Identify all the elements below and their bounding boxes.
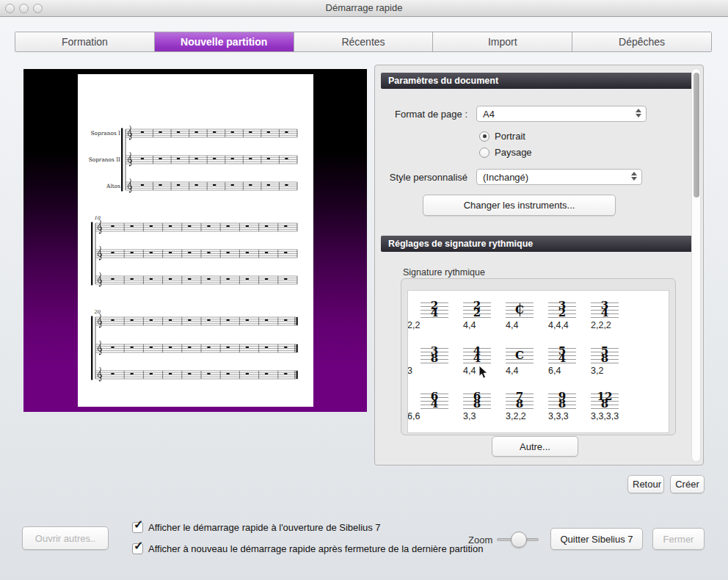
page-format-value: A4 <box>483 109 495 120</box>
score-page: Sopranos ISopranos IIAltos1020 <box>78 74 313 407</box>
score-notation: Sopranos ISopranos IIAltos1020 <box>78 74 313 407</box>
page-format-select[interactable]: A4 <box>476 106 647 122</box>
svg-text:10: 10 <box>94 215 101 221</box>
titlebar: Démarrage rapide <box>0 0 728 17</box>
panel-scrollbar[interactable] <box>691 68 701 462</box>
tab-import[interactable]: Import <box>433 32 572 51</box>
show-after-close-checkbox[interactable]: ✓ Afficher à nouveau le démarrage rapide… <box>132 543 483 554</box>
tab-d-p-ches[interactable]: Dépêches <box>572 32 711 51</box>
panel-scrollbar-thumb[interactable] <box>694 73 699 197</box>
beat-group-label: 4,4 <box>506 320 518 330</box>
checkbox-checked-icon: ✓ <box>132 543 143 554</box>
time-signature-option[interactable]: 242,2 <box>412 301 454 347</box>
time-signature-option[interactable]: 783,2,2 <box>497 392 539 433</box>
window-title: Démarrage rapide <box>0 2 728 13</box>
mini-staff-icon: 78 <box>506 394 534 409</box>
beat-group-label: 3,3,3 <box>548 411 569 421</box>
show-after-close-label: Afficher à nouveau le démarrage rapide a… <box>148 543 483 554</box>
custom-style-label: Style personnalisé <box>375 172 467 183</box>
beat-group-label: 3 <box>407 366 412 376</box>
mini-staff-icon: 38 <box>421 348 448 363</box>
orientation-portrait-radio[interactable]: Portrait <box>479 131 525 142</box>
section-header-document: Paramètres du document <box>381 73 695 89</box>
create-button[interactable]: Créer <box>670 475 705 493</box>
tab-formation[interactable]: Formation <box>15 32 155 51</box>
time-signature-option[interactable]: 583,2 <box>582 347 625 392</box>
back-button[interactable]: Retour <box>627 475 664 493</box>
tab-bar: FormationNouvelle partitionRécentesImpor… <box>15 32 712 52</box>
time-signature-option[interactable]: 683,3 <box>454 392 497 433</box>
beat-group-label: 3,3,3,3 <box>591 411 619 421</box>
mouse-cursor-icon <box>478 365 489 380</box>
beat-group-label: 4,4,4 <box>548 320 569 330</box>
portrait-label: Portrait <box>495 131 525 142</box>
mini-staff-icon: 68 <box>463 394 491 409</box>
checkbox-checked-icon: ✓ <box>132 522 143 533</box>
beat-group-label: 3,2 <box>591 366 603 376</box>
page-format-label: Format de page : <box>375 109 467 120</box>
score-preview: Sopranos ISopranos IIAltos1020 <box>23 69 367 412</box>
mini-staff-icon: 54 <box>548 348 576 363</box>
orientation-paysage-radio[interactable]: Paysage <box>479 147 532 158</box>
time-signature-option[interactable]: 324,4,4 <box>539 301 582 347</box>
other-time-signature-button[interactable]: Autre... <box>492 436 578 457</box>
quick-start-window: Démarrage rapide FormationNouvelle parti… <box>0 0 728 580</box>
mini-staff-icon: C <box>506 348 534 363</box>
radio-selected-icon <box>479 131 489 142</box>
stepper-icon <box>636 109 641 117</box>
radio-unselected-icon <box>479 148 489 158</box>
show-on-launch-label: Afficher le démarrage rapide à l'ouvertu… <box>148 522 381 533</box>
show-on-launch-checkbox[interactable]: ✓ Afficher le démarrage rapide à l'ouver… <box>132 522 381 533</box>
stepper-icon <box>631 172 637 181</box>
quit-sibelius-button[interactable]: Quitter Sibelius 7 <box>550 528 643 550</box>
close-dialog-button: Fermer <box>652 528 705 550</box>
beat-group-label: 2,2,2 <box>591 320 611 330</box>
mini-staff-icon: 98 <box>548 394 576 409</box>
time-signature-option[interactable]: 342,2,2 <box>582 301 625 347</box>
beat-group-label: 4,4 <box>463 366 476 376</box>
beat-group-label: 2,2 <box>407 320 420 330</box>
mini-staff-icon: 58 <box>591 348 619 363</box>
zoom-slider-thumb[interactable] <box>511 532 527 548</box>
beat-group-label: 4,4 <box>463 320 476 330</box>
mini-staff-icon: 44 <box>463 348 491 363</box>
time-signature-option[interactable]: 546,4 <box>539 347 582 392</box>
beat-group-label: 3,3 <box>463 411 476 421</box>
mini-staff-icon: 32 <box>548 302 576 318</box>
open-others-button: Ouvrir autres.. <box>22 526 109 550</box>
custom-style-select[interactable]: (Inchangé) <box>476 169 642 185</box>
svg-text:Sopranos I: Sopranos I <box>91 130 121 137</box>
time-signature-group-label: Signature rythmique <box>403 267 485 278</box>
time-signature-option[interactable]: 646,6 <box>412 392 454 433</box>
paysage-label: Paysage <box>495 147 532 158</box>
zoom-label: Zoom <box>468 534 492 545</box>
time-signature-option[interactable]: 383 <box>412 347 454 392</box>
time-signature-option[interactable]: 1283,3,3,3 <box>582 392 625 433</box>
custom-style-value: (Inchangé) <box>483 172 528 183</box>
svg-text:Altos: Altos <box>106 183 120 189</box>
time-signature-option[interactable]: C4,4 <box>497 301 539 347</box>
mini-staff-icon: C <box>506 302 534 318</box>
svg-text:20: 20 <box>94 309 101 315</box>
time-signature-list: 242,2224,4C4,4324,4,4342,2,2383444,4C4,4… <box>407 290 669 433</box>
time-signature-option[interactable]: 983,3,3 <box>539 392 582 433</box>
tab-r-centes[interactable]: Récentes <box>294 32 434 51</box>
time-signature-option[interactable]: 444,4 <box>454 347 497 392</box>
beat-group-label: 4,4 <box>506 366 518 376</box>
time-signature-option[interactable]: C4,4 <box>497 347 539 392</box>
mini-staff-icon: 24 <box>421 302 448 318</box>
svg-text:Sopranos II: Sopranos II <box>89 156 120 163</box>
change-instruments-button[interactable]: Changer les instruments... <box>423 195 616 216</box>
beat-group-label: 3,2,2 <box>506 411 526 421</box>
tab-nouvelle-partition[interactable]: Nouvelle partition <box>155 32 294 51</box>
settings-panel: Paramètres du document Format de page : … <box>374 65 704 465</box>
time-signature-option[interactable]: 224,4 <box>454 301 497 347</box>
mini-staff-icon: 34 <box>591 302 619 318</box>
mini-staff-icon: 22 <box>463 302 491 318</box>
beat-group-label: 6,4 <box>548 366 561 376</box>
mini-staff-icon: 64 <box>421 394 448 409</box>
mini-staff-icon: 128 <box>591 394 619 409</box>
section-header-rhythm: Réglages de signature rythmique <box>381 236 695 252</box>
time-signature-groupbox: 242,2224,4C4,4324,4,4342,2,2383444,4C4,4… <box>401 278 676 435</box>
beat-group-label: 6,6 <box>407 411 420 421</box>
